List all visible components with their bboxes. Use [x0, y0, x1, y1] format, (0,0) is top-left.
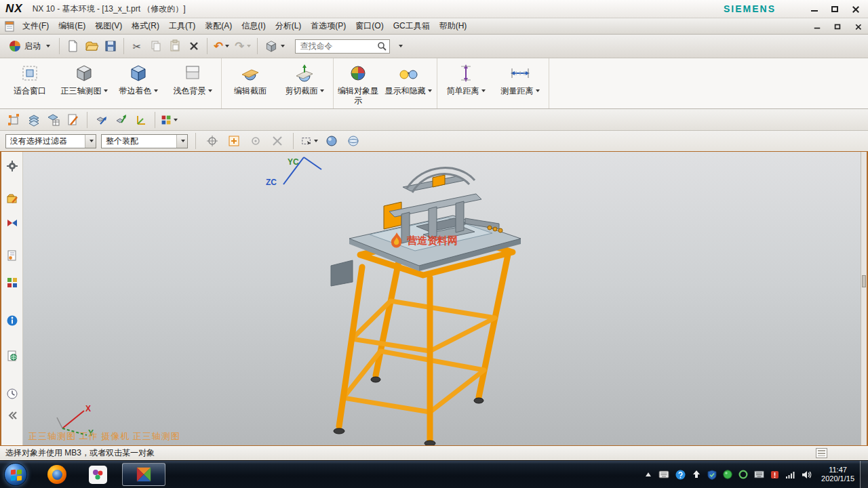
- save-button[interactable]: [102, 37, 119, 55]
- child-restore-button[interactable]: [832, 22, 842, 31]
- show-hidden-icons-button[interactable]: [644, 470, 652, 479]
- maximize-icon: [831, 6, 838, 12]
- snap-intersection-button[interactable]: [269, 133, 285, 150]
- menu-file[interactable]: 文件(F): [18, 18, 54, 34]
- start-menu-button[interactable]: 启动: [4, 37, 55, 55]
- keyboard-tray-icon[interactable]: [754, 470, 764, 479]
- child-minimize-button[interactable]: [812, 22, 822, 31]
- show-desktop-button[interactable]: [860, 461, 868, 488]
- gear-icon: [6, 160, 18, 172]
- show-hide-button[interactable]: 显示和隐藏: [381, 59, 435, 108]
- snap-point-button[interactable]: [203, 133, 220, 150]
- security-shield-icon[interactable]: [707, 470, 717, 480]
- shaded-sphere-button[interactable]: [323, 133, 340, 150]
- menu-assemblies[interactable]: 装配(A): [200, 18, 237, 34]
- snap-midpoint-button[interactable]: [247, 133, 264, 150]
- layer-settings-button[interactable]: [25, 111, 42, 128]
- ime-keyboard-icon[interactable]: [658, 470, 669, 479]
- nx-taskbar-button-active[interactable]: [122, 463, 165, 486]
- status-grip-button[interactable]: [816, 448, 827, 458]
- open-button[interactable]: [83, 37, 100, 55]
- menu-help[interactable]: 帮助(H): [435, 18, 472, 34]
- close-button[interactable]: [849, 3, 861, 14]
- menu-analysis[interactable]: 分析(L): [271, 18, 307, 34]
- firefox-taskbar-button[interactable]: [43, 461, 71, 488]
- move-component-button[interactable]: [93, 111, 110, 128]
- taskbar-clock[interactable]: 11:47 2020/1/15: [821, 466, 854, 483]
- web-browser-button[interactable]: [5, 348, 20, 363]
- menu-gc-toolbox[interactable]: GC工具箱: [389, 18, 435, 34]
- nx-application-window: NX NX 10 - 基本环境 - [13_x_t.prt （修改的）] SIE…: [0, 0, 868, 488]
- vertical-scrollbar[interactable]: [861, 152, 867, 445]
- layer-stack-icon: [27, 113, 41, 127]
- minimize-button[interactable]: [808, 3, 821, 14]
- help-tray-icon[interactable]: [675, 470, 686, 480]
- graphics-viewport[interactable]: ZC YC X Y 营造资料网 正三轴测图 工作 摄像机 正三轴测图: [23, 152, 867, 445]
- isometric-view-button[interactable]: 正三轴测图: [57, 59, 111, 108]
- command-search-input[interactable]: [300, 41, 377, 51]
- search-options-button[interactable]: [391, 37, 409, 55]
- start-orb-button[interactable]: [4, 463, 27, 486]
- layer-visible-in-view-button[interactable]: [45, 111, 62, 128]
- wireframe-sphere-button[interactable]: [344, 133, 361, 150]
- roles-gear-button[interactable]: [5, 159, 20, 174]
- wcs-dynamics-button[interactable]: [132, 111, 149, 128]
- menu-preferences[interactable]: 首选项(P): [306, 18, 351, 34]
- reuse-library-button[interactable]: [5, 275, 20, 290]
- copy-button[interactable]: [147, 37, 165, 55]
- pinned-app-taskbar-button[interactable]: [84, 461, 111, 488]
- fit-window-button[interactable]: 适合窗口: [3, 59, 57, 108]
- menu-information[interactable]: 信息(I): [237, 18, 270, 34]
- menu-format[interactable]: 格式(R): [127, 18, 164, 34]
- light-background-button[interactable]: 浅色背景: [165, 59, 220, 108]
- history-button[interactable]: [5, 386, 20, 401]
- edit-object-display-button[interactable]: 编辑对象显示: [335, 59, 381, 108]
- document-menu-icon[interactable]: [4, 21, 15, 32]
- paste-button[interactable]: [166, 37, 184, 55]
- menu-window[interactable]: 窗口(O): [351, 18, 388, 34]
- clock-time: 11:47: [821, 466, 854, 474]
- edit-section-button[interactable]: 编辑截面: [223, 59, 277, 108]
- dropdown-button[interactable]: [85, 135, 96, 148]
- assembly-constraints-button[interactable]: [113, 111, 130, 128]
- simple-distance-button[interactable]: 简单距离: [439, 59, 493, 108]
- datum-csys-button[interactable]: [5, 111, 22, 128]
- menu-view[interactable]: 视图(V): [90, 18, 127, 34]
- clip-section-button[interactable]: 剪切截面: [277, 59, 332, 108]
- shaded-with-edges-button[interactable]: 带边着色: [111, 59, 165, 108]
- search-icon[interactable]: [377, 41, 387, 52]
- fit-window-icon: [20, 62, 40, 84]
- scrollbar-thumb[interactable]: [862, 275, 866, 287]
- delete-button[interactable]: [185, 37, 203, 55]
- redo-button[interactable]: ↷: [233, 37, 252, 55]
- menu-tools[interactable]: 工具(T): [164, 18, 200, 34]
- part-navigator-button[interactable]: [5, 248, 20, 263]
- undo-button[interactable]: ↶: [212, 37, 231, 55]
- assembly-navigator-button[interactable]: [5, 191, 20, 206]
- volume-icon[interactable]: [802, 470, 812, 479]
- cut-button[interactable]: ✂: [128, 37, 146, 55]
- undo-icon: ↶: [214, 41, 223, 52]
- maximize-button[interactable]: [829, 3, 841, 14]
- object-color-palette-button[interactable]: [161, 111, 178, 128]
- constraint-navigator-button[interactable]: [5, 216, 20, 230]
- view-style-button[interactable]: [262, 37, 287, 55]
- measure-distance-button[interactable]: 测量距离: [493, 59, 547, 108]
- hd3d-tools-button[interactable]: [5, 313, 20, 328]
- snap-enable-button[interactable]: [225, 133, 242, 150]
- menu-edit[interactable]: 编辑(E): [54, 18, 90, 34]
- updates-arrow-icon[interactable]: [692, 470, 701, 479]
- windows-flag-icon: [17, 476, 22, 481]
- selection-filter-dropdown[interactable]: 没有选择过滤器: [5, 134, 96, 148]
- sketch-button[interactable]: [64, 111, 81, 128]
- antivirus-ball-icon[interactable]: [723, 470, 732, 479]
- alert-tray-icon[interactable]: [770, 470, 779, 479]
- selection-rectangle-button[interactable]: [301, 133, 318, 150]
- new-button[interactable]: [64, 37, 81, 55]
- collapse-resource-bar-button[interactable]: [5, 408, 20, 423]
- child-close-button[interactable]: [852, 22, 863, 31]
- dropdown-button[interactable]: [176, 135, 187, 148]
- network-icon[interactable]: [785, 470, 795, 479]
- sync-ring-icon[interactable]: [738, 470, 748, 479]
- selection-scope-dropdown[interactable]: 整个装配: [101, 134, 188, 148]
